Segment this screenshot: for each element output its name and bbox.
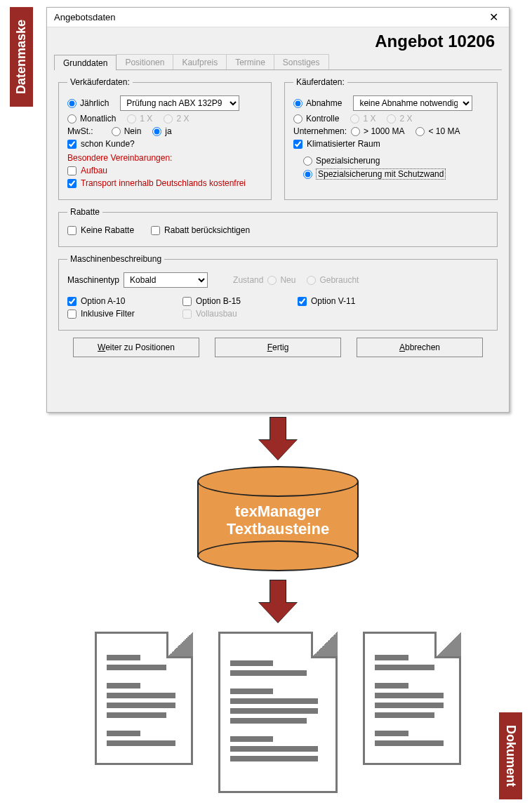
chk-option-v11[interactable] — [298, 297, 307, 306]
close-icon[interactable]: ✕ — [482, 11, 505, 25]
label-option-b15: Option B-15 — [196, 296, 241, 306]
radio-mwst-ja[interactable] — [152, 127, 161, 136]
radio-spezial1[interactable] — [303, 157, 312, 166]
label-option-a10: Option A-10 — [81, 296, 125, 306]
label-mwst-nein: Nein — [124, 126, 142, 136]
chk-inklusive-filter[interactable] — [67, 310, 77, 319]
chk-aufbau[interactable] — [67, 166, 77, 175]
document-icon — [95, 632, 193, 765]
label-option-v11: Option V-11 — [311, 296, 355, 306]
titlebar: Angebotsdaten ✕ — [47, 8, 509, 27]
radio-spezial2[interactable] — [303, 170, 312, 179]
label-maschinentyp: Maschinentyp — [67, 275, 119, 285]
radio-lt10[interactable] — [415, 127, 425, 136]
label-unternehmen: Unternehmen: — [293, 126, 347, 136]
chk-option-b15[interactable] — [182, 297, 192, 306]
chk-transport[interactable] — [67, 179, 77, 188]
btn-weiter-positionen[interactable]: Weiter zu Positionen — [73, 338, 199, 357]
label-gt1000: > 1000 MA — [364, 126, 404, 136]
seller-legend: Verkäuferdaten: — [67, 77, 133, 87]
machine-legend: Maschinenbeschreibung — [67, 254, 164, 264]
label-mwst: MwSt.: — [67, 126, 93, 136]
database-cylinder-icon: texManager Textbausteine — [197, 466, 359, 571]
fieldset-buyer: Käuferdaten: Abnahme keine Abnahme notwe… — [284, 77, 498, 200]
radio-buyer-1x — [350, 114, 359, 124]
combo-maschinentyp[interactable]: Kobald — [124, 272, 208, 288]
side-label-datenmaske: Datenmaske — [10, 7, 33, 107]
label-rabatt-beruecks: Rabatt berücksichtigen — [164, 225, 250, 235]
label-aufbau: Aufbau — [81, 166, 107, 175]
bv-header: Besondere Vereinbarungen: — [67, 153, 262, 163]
chk-option-a10[interactable] — [67, 297, 77, 306]
radio-zustand-neu — [267, 276, 277, 285]
document-icon — [218, 632, 338, 793]
label-zustand: Zustand — [233, 275, 263, 285]
chk-klima[interactable] — [293, 140, 302, 149]
chk-rabatt-beruecks[interactable] — [151, 226, 160, 235]
tabstrip: Grunddaten Positionen Kaufpreis Termine … — [54, 54, 502, 70]
btn-abbrechen[interactable]: Abbrechen — [357, 338, 483, 357]
label-abnahme: Abnahme — [306, 98, 342, 108]
label-inklusive-filter: Inklusive Filter — [81, 309, 135, 319]
radio-monatlich[interactable] — [67, 114, 77, 124]
page-title: Angebot 10206 — [47, 27, 509, 54]
radio-buyer-2x — [387, 114, 396, 124]
rabatte-legend: Rabatte — [67, 207, 102, 217]
label-buyer-1x: 1 X — [363, 114, 375, 124]
tab-positionen[interactable]: Positionen — [116, 54, 173, 69]
label-jaehrlich: Jährlich — [80, 98, 109, 108]
cylinder-line2: Textbausteine — [197, 520, 359, 538]
label-spezial1: Spezialsicherung — [316, 156, 380, 166]
tab-kaufpreis[interactable]: Kaufpreis — [173, 54, 227, 69]
fieldset-machine: Maschinenbeschreibung Maschinentyp Kobal… — [58, 254, 498, 331]
chk-keine-rabatte[interactable] — [67, 226, 77, 235]
btn-fertig[interactable]: Fertig — [215, 338, 341, 357]
radio-zustand-gebraucht — [307, 276, 316, 285]
combo-pruefung[interactable]: Prüfung nach ABX 132P9 — [120, 95, 239, 111]
label-buyer-2x: 2 X — [399, 114, 412, 124]
documents-row — [95, 632, 461, 793]
fieldset-seller: Verkäuferdaten: Jährlich Prüfung nach AB… — [58, 77, 272, 200]
label-schon-kunde: schon Kunde? — [81, 139, 135, 149]
radio-mwst-nein[interactable] — [112, 127, 121, 136]
window-title: Angebotsdaten — [54, 12, 115, 22]
cylinder-line1: texManager — [197, 503, 359, 520]
radio-abnahme[interactable] — [293, 99, 302, 108]
buyer-legend: Käuferdaten: — [293, 77, 347, 87]
chk-vollausbau — [182, 310, 192, 319]
label-kontrolle: Kontrolle — [306, 114, 339, 124]
fieldset-rabatte: Rabatte Keine Rabatte Rabatt berücksicht… — [58, 207, 498, 247]
label-mwst-ja: ja — [165, 126, 171, 136]
radio-kontrolle[interactable] — [293, 114, 302, 124]
tab-sonstiges[interactable]: Sonstiges — [274, 54, 329, 69]
label-klima: Klimatisierter Raum — [307, 139, 380, 149]
label-monatlich: Monatlich — [80, 114, 116, 124]
label-transport: Transport innerhalb Deutschlands kostenf… — [81, 178, 246, 188]
tab-termine[interactable]: Termine — [226, 54, 274, 69]
label-zustand-neu: Neu — [280, 275, 295, 285]
combo-abnahme[interactable]: keine Abnahme notwendig — [353, 95, 472, 111]
chk-schon-kunde[interactable] — [67, 140, 77, 149]
label-keine-rabatte: Keine Rabatte — [81, 225, 134, 235]
radio-gt1000[interactable] — [351, 127, 360, 136]
label-zustand-gebraucht: Gebraucht — [319, 275, 359, 285]
dialog-window: Angebotsdaten ✕ Angebot 10206 Grunddaten… — [46, 7, 510, 413]
label-seller-1x: 1 X — [140, 114, 152, 124]
arrow-down-icon — [259, 417, 297, 460]
label-vollausbau: Vollausbau — [196, 309, 237, 319]
tab-grunddaten[interactable]: Grunddaten — [54, 55, 117, 70]
label-spezial2: Spezialsicherung mit Schutzwand — [316, 168, 446, 180]
label-lt10: < 10 MA — [428, 126, 460, 136]
radio-seller-1x — [127, 114, 136, 124]
arrow-down-icon — [259, 580, 297, 623]
document-icon — [363, 632, 461, 765]
radio-seller-2x — [164, 114, 173, 124]
radio-jaehrlich[interactable] — [67, 99, 77, 108]
label-seller-2x: 2 X — [176, 114, 189, 124]
